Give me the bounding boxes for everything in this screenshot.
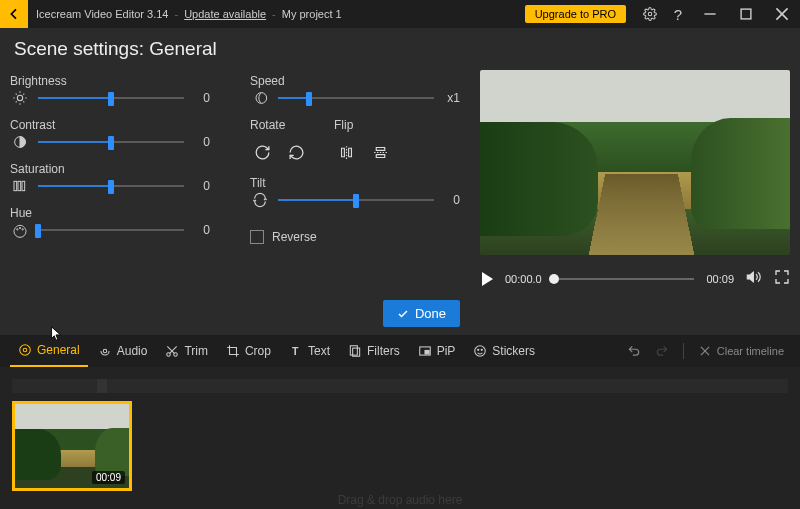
contrast-label: Contrast	[10, 118, 210, 132]
preview-video	[480, 70, 790, 255]
brightness-value: 0	[192, 91, 210, 105]
tab-stickers[interactable]: Stickers	[465, 335, 543, 367]
contrast-slider[interactable]	[38, 134, 184, 150]
flip-horizontal-button[interactable]	[334, 140, 358, 164]
tab-audio[interactable]: Audio	[90, 335, 156, 367]
tilt-value: 0	[442, 193, 460, 207]
saturation-icon	[10, 178, 30, 194]
reverse-label: Reverse	[272, 230, 317, 244]
saturation-slider[interactable]	[38, 178, 184, 194]
project-name: My project 1	[282, 8, 342, 20]
hue-value: 0	[192, 223, 210, 237]
svg-point-38	[482, 349, 483, 350]
page-title: Scene settings: General	[0, 28, 800, 66]
hue-slider[interactable]	[38, 222, 184, 238]
svg-point-18	[17, 229, 18, 230]
flip-vertical-button[interactable]	[368, 140, 392, 164]
tab-general[interactable]: General	[10, 335, 88, 367]
speed-slider[interactable]	[278, 90, 434, 106]
saturation-value: 0	[192, 179, 210, 193]
player-duration: 00:09	[706, 273, 734, 285]
svg-point-37	[478, 349, 479, 350]
maximize-button[interactable]	[728, 0, 764, 28]
svg-point-5	[17, 95, 22, 100]
tilt-slider[interactable]	[278, 192, 434, 208]
hue-icon	[10, 222, 30, 238]
timeline[interactable]: 00:09 Drag & drop audio here	[0, 367, 800, 509]
seek-slider[interactable]	[554, 273, 695, 285]
close-button[interactable]	[764, 0, 800, 28]
timeline-clip[interactable]: 00:09	[12, 401, 132, 491]
tab-pip[interactable]: PiP	[410, 335, 464, 367]
clip-duration-badge: 00:09	[92, 471, 125, 484]
svg-rect-35	[425, 350, 429, 354]
audio-drop-hint: Drag & drop audio here	[0, 493, 800, 507]
flip-label: Flip	[334, 118, 392, 132]
back-button[interactable]	[0, 0, 28, 28]
tab-trim[interactable]: Trim	[157, 335, 216, 367]
undo-button[interactable]	[621, 344, 647, 358]
redo-button[interactable]	[649, 344, 675, 358]
svg-point-26	[103, 349, 107, 353]
svg-point-36	[475, 346, 486, 357]
svg-line-13	[23, 94, 24, 95]
brightness-slider[interactable]	[38, 90, 184, 106]
play-button[interactable]	[480, 272, 493, 286]
tilt-label: Tilt	[250, 176, 460, 190]
svg-rect-2	[741, 9, 751, 19]
svg-point-25	[20, 345, 31, 356]
timeline-ruler[interactable]	[12, 379, 788, 393]
svg-rect-17	[22, 181, 25, 190]
fullscreen-icon[interactable]	[774, 269, 790, 288]
brightness-label: Brightness	[10, 74, 210, 88]
tab-crop[interactable]: Crop	[218, 335, 279, 367]
volume-icon[interactable]	[746, 269, 762, 288]
minimize-button[interactable]	[692, 0, 728, 28]
rotate-ccw-button[interactable]	[284, 140, 308, 164]
svg-rect-15	[14, 181, 17, 190]
svg-point-20	[22, 229, 23, 230]
svg-rect-32	[350, 346, 357, 355]
speed-value: x1	[442, 91, 460, 105]
hue-label: Hue	[10, 206, 210, 220]
contrast-icon	[10, 134, 30, 150]
svg-rect-16	[18, 181, 21, 190]
svg-line-11	[23, 101, 24, 102]
saturation-label: Saturation	[10, 162, 210, 176]
tilt-icon	[250, 192, 270, 208]
app-name: Icecream Video Editor 3.14	[36, 8, 168, 20]
player-position: 00:00.0	[505, 273, 542, 285]
rotate-cw-button[interactable]	[250, 140, 274, 164]
svg-point-19	[19, 227, 20, 228]
contrast-value: 0	[192, 135, 210, 149]
brightness-icon	[10, 90, 30, 106]
svg-line-10	[16, 94, 17, 95]
svg-marker-23	[747, 272, 753, 281]
svg-point-0	[648, 12, 652, 16]
rotate-label: Rotate	[250, 118, 308, 132]
svg-line-12	[16, 101, 17, 102]
tab-filters[interactable]: Filters	[340, 335, 408, 367]
speed-icon	[250, 90, 270, 106]
tab-text[interactable]: TText	[281, 335, 338, 367]
settings-icon[interactable]	[636, 0, 664, 28]
svg-point-24	[23, 348, 27, 352]
speed-label: Speed	[250, 74, 460, 88]
title-bar: Icecream Video Editor 3.14 - Update avai…	[28, 8, 525, 20]
svg-text:T: T	[292, 345, 299, 357]
done-button[interactable]: Done	[383, 300, 460, 327]
upgrade-button[interactable]: Upgrade to PRO	[525, 5, 626, 23]
reverse-checkbox[interactable]	[250, 230, 264, 244]
help-icon[interactable]: ?	[664, 0, 692, 28]
update-link[interactable]: Update available	[184, 8, 266, 20]
clear-timeline-button[interactable]: Clear timeline	[692, 344, 790, 358]
